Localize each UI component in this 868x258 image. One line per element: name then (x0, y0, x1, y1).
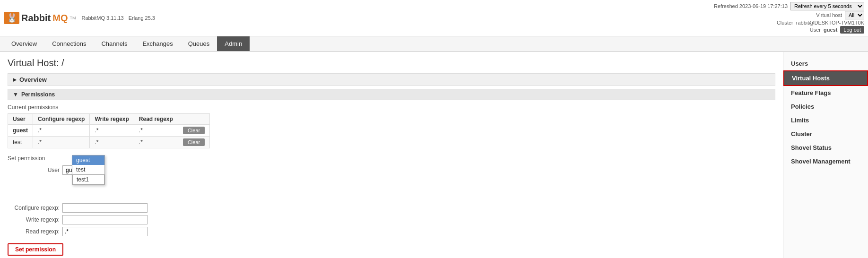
cluster-value: rabbit@DESKTOP-TVM1T0K (796, 20, 864, 26)
sidebar-item-policies[interactable]: Policies (783, 100, 868, 113)
dropdown-item-test[interactable]: test (72, 165, 104, 174)
permissions-section-label: Permissions (21, 91, 55, 98)
user-row: User guest Log out (714, 26, 864, 34)
write-regexp-input[interactable] (62, 215, 148, 224)
vhost-row: Virtual host All / (714, 11, 864, 19)
set-permission-section: Set permission User guest test test1 gue… (8, 155, 775, 256)
write-form-label: Write regexp: (8, 216, 60, 223)
configure-form-row: Configure regexp: (8, 203, 775, 213)
perm-configure-guest: .* (33, 125, 90, 137)
perm-read-guest: .* (134, 125, 178, 137)
permissions-arrow-icon: ▼ (13, 91, 18, 98)
sidebar-item-shovel-status[interactable]: Shovel Status (783, 141, 868, 155)
logo-tm: TM (69, 16, 76, 20)
set-permission-title: Set permission (8, 155, 775, 162)
perm-clear-guest[interactable]: Clear (178, 125, 209, 137)
clear-guest-button[interactable]: Clear (183, 127, 205, 134)
sidebar-item-limits[interactable]: Limits (783, 113, 868, 127)
logo-area: 🐰 RabbitMQTM (4, 12, 76, 24)
tab-connections[interactable]: Connections (44, 36, 94, 51)
user-label: User (810, 27, 821, 33)
clear-test-button[interactable]: Clear (183, 138, 205, 146)
perm-clear-test[interactable]: Clear (178, 137, 209, 148)
tab-admin[interactable]: Admin (217, 36, 250, 51)
perm-read-test: .* (134, 137, 178, 148)
refreshed-label: Refreshed 2023-06-19 17:27:13 (714, 3, 788, 9)
table-row: test .* .* .* Clear (8, 137, 210, 148)
col-configure: Configure regexp (33, 114, 90, 125)
overview-section-header[interactable]: ▶ Overview (8, 73, 775, 86)
read-form-row: Read regexp: (8, 227, 775, 236)
page-title: Virtual Host: / (8, 58, 775, 69)
set-permission-button[interactable]: Set permission (8, 243, 63, 256)
permissions-section-header[interactable]: ▼ Permissions (8, 89, 775, 100)
col-user: User (8, 114, 33, 125)
top-bar-left: 🐰 RabbitMQTM RabbitMQ 3.11.13 Erlang 25.… (4, 12, 155, 24)
configure-form-label: Configure regexp: (8, 205, 60, 211)
col-write: Write regexp (90, 114, 134, 125)
rabbitmq-version: RabbitMQ 3.11.13 (81, 15, 123, 21)
erlang-version: Erlang 25.3 (129, 15, 155, 21)
configure-regexp-input[interactable] (62, 203, 148, 213)
read-regexp-input[interactable] (62, 227, 148, 236)
logo-rabbit: Rabbit (21, 13, 51, 24)
user-value: guest (824, 27, 837, 33)
refresh-select[interactable]: Refresh every 5 seconds No auto refresh … (790, 2, 864, 10)
version-info: RabbitMQ 3.11.13 Erlang 25.3 (81, 15, 155, 21)
col-read: Read regexp (134, 114, 178, 125)
sidebar-item-shovel-management[interactable]: Shovel Management (783, 155, 868, 168)
tab-queues[interactable]: Queues (181, 36, 217, 51)
sidebar-item-feature-flags[interactable]: Feature Flags (783, 86, 868, 100)
tab-exchanges[interactable]: Exchanges (135, 36, 180, 51)
vhost-select[interactable]: All / (845, 11, 864, 19)
permissions-table: User Configure regexp Write regexp Read … (8, 113, 210, 148)
logo-icon: 🐰 (4, 12, 19, 24)
sidebar-item-users[interactable]: Users (783, 57, 868, 70)
user-form-label: User (8, 167, 60, 173)
overview-arrow-icon: ▶ (13, 77, 17, 82)
current-permissions-label: Current permissions (8, 104, 775, 111)
write-form-row: Write regexp: (8, 215, 775, 224)
vhost-label: Virtual host (816, 12, 842, 18)
cluster-row: Cluster rabbit@DESKTOP-TVM1T0K (714, 20, 864, 26)
refresh-row: Refreshed 2023-06-19 17:27:13 Refresh ev… (714, 2, 864, 10)
cluster-label: Cluster (777, 20, 793, 26)
user-dropdown-list: guest test test1 (72, 155, 105, 185)
perm-write-test: .* (90, 137, 134, 148)
tab-overview[interactable]: Overview (4, 36, 44, 51)
top-bar: 🐰 RabbitMQTM RabbitMQ 3.11.13 Erlang 25.… (0, 0, 868, 36)
dropdown-item-test1[interactable]: test1 (72, 174, 104, 185)
read-form-label: Read regexp: (8, 228, 60, 235)
sidebar-item-virtual-hosts[interactable]: Virtual Hosts (783, 70, 868, 86)
table-row: guest .* .* .* Clear (8, 125, 210, 137)
logo-mq: MQ (52, 13, 68, 24)
overview-section-label: Overview (19, 76, 47, 83)
sidebar-item-cluster[interactable]: Cluster (783, 127, 868, 141)
tab-channels[interactable]: Channels (94, 36, 135, 51)
dropdown-item-guest[interactable]: guest (72, 155, 104, 165)
col-action (178, 114, 209, 125)
user-form-row: User guest test test1 guest test test1 (8, 165, 775, 175)
right-sidebar: Users Virtual Hosts Feature Flags Polici… (783, 52, 868, 258)
perm-user-guest: guest (8, 125, 33, 137)
logout-button[interactable]: Log out (840, 26, 864, 34)
content-area: Virtual Host: / ▶ Overview ▼ Permissions… (0, 52, 783, 258)
perm-configure-test: .* (33, 137, 90, 148)
perm-write-guest: .* (90, 125, 134, 137)
main-layout: Virtual Host: / ▶ Overview ▼ Permissions… (0, 52, 868, 258)
top-bar-right: Refreshed 2023-06-19 17:27:13 Refresh ev… (714, 2, 864, 34)
nav-bar: Overview Connections Channels Exchanges … (0, 36, 868, 52)
perm-user-test: test (8, 137, 33, 148)
